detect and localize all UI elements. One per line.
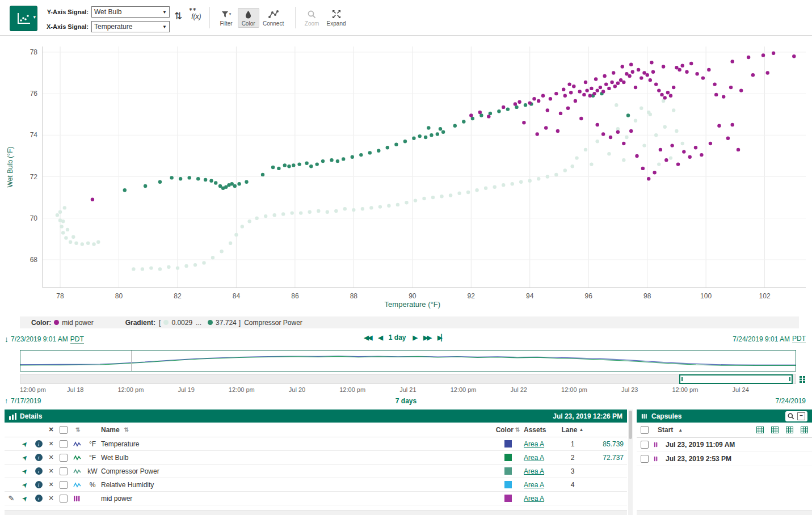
timezone-link[interactable]: PDT [70,335,84,344]
select-all-checkbox[interactable] [60,426,68,434]
step-forward-much-button[interactable]: ▶▶ [423,334,431,341]
svg-text:86: 86 [291,292,299,300]
horizontal-scrollbar[interactable] [637,510,812,515]
add-column-icon[interactable] [756,427,764,433]
select-all-capsules-checkbox[interactable] [641,426,649,434]
pin-icon[interactable]: ➤ [20,493,30,503]
scatter-plot-tool-button[interactable]: ▾ [10,6,37,31]
display-range-start[interactable]: 7/23/2019 9:01 AM [11,335,68,343]
fx-tool-button[interactable]: ✱✱f(x) [191,12,201,20]
color-swatch[interactable] [504,481,512,488]
asset-link[interactable]: Area A [524,454,544,462]
step-size-label[interactable]: 1 day [389,334,406,341]
remove-all-icon[interactable]: ✕ [45,426,57,433]
color-swatch[interactable] [504,495,512,502]
vertical-scrollbar[interactable] [628,410,633,515]
add-column-icon[interactable] [801,427,808,433]
column-header-lane[interactable]: Lane [562,426,578,434]
display-range-end[interactable]: 7/24/2019 9:01 AM [733,335,790,343]
scrollbar-grid-icon[interactable] [799,375,806,385]
table-row-mid-power[interactable]: ✎ ➤ i ✕ mid power Area A [5,492,627,505]
color-swatch[interactable] [504,467,512,475]
pin-icon[interactable]: ➤ [20,466,30,476]
investigate-range-duration[interactable]: 7 days [396,397,416,405]
add-column-icon[interactable] [771,427,779,433]
asset-link[interactable]: Area A [524,495,544,503]
capsule-row[interactable]: Jul 23, 2019 2:53 PM [637,452,812,466]
row-checkbox[interactable] [60,495,68,503]
add-column-icon[interactable] [786,427,793,433]
remove-icon[interactable]: ✕ [45,495,57,502]
color-swatch[interactable] [504,440,512,448]
time-scrollbar-track[interactable] [20,374,796,384]
table-row-relative-humidity[interactable]: ➤ i ✕ % Relative Humidity Area A 4 [5,478,627,492]
axis-signal-selectors: Y-Axis Signal: Wet Bulb ▼ X-Axis Signal:… [43,6,170,32]
info-icon[interactable]: i [35,495,43,502]
timezone-link[interactable]: PDT [792,335,806,343]
connect-button[interactable]: Connect [260,8,287,28]
search-icon[interactable] [788,413,794,420]
remove-icon[interactable]: ✕ [45,481,57,488]
table-row-temperature[interactable]: ➤ i ✕ °F Temperature Area A 1 85.739 [5,437,627,451]
x-axis-signal-select[interactable]: Temperature ▼ [91,21,170,32]
svg-text:78: 78 [56,292,64,300]
condition-icon [73,495,81,502]
sort-icon[interactable]: ⇅ [75,427,80,433]
table-row-compressor-power[interactable]: ➤ i ✕ kW Compressor Power Area A 3 [5,465,627,478]
sort-icon[interactable]: ⇅ [515,427,520,433]
pin-icon[interactable]: ➤ [20,453,30,462]
filter-button[interactable]: ▾ Filter [216,8,237,28]
capsule-row[interactable]: Jul 23, 2019 11:09 AM [637,438,812,452]
step-back-button[interactable]: ◀ [378,334,381,341]
table-row-wet-bulb[interactable]: ➤ i ✕ °F Wet Bulb Area A 2 72.737 [5,451,627,465]
svg-text:68: 68 [30,256,38,264]
trend-preview[interactable] [20,350,796,372]
step-back-much-button[interactable]: ◀◀ [364,334,371,341]
asset-link[interactable]: Area A [524,467,544,475]
pin-icon[interactable]: ➤ [20,480,30,489]
info-icon[interactable]: i [35,481,43,488]
capsule-checkbox[interactable] [641,455,649,463]
column-header-color[interactable]: Color [496,426,514,434]
remove-icon[interactable]: ✕ [45,454,57,461]
column-header-name[interactable]: Name [101,426,120,434]
time-scrollbar-thumb[interactable] [679,374,792,384]
expand-button[interactable]: Expand [323,8,350,28]
row-checkbox[interactable] [60,481,68,489]
collapse-panel-icon[interactable]: – [797,412,805,420]
remove-icon[interactable]: ✕ [45,440,57,448]
info-icon[interactable]: i [35,454,43,461]
display-range-bar: ↓ 7/23/2019 9:01 AM PDT ◀◀ ◀ 1 day ▶ ▶▶ … [0,334,812,346]
info-icon[interactable]: i [35,467,43,475]
row-checkbox[interactable] [60,467,68,475]
signal-name: Relative Humidity [101,481,492,489]
edit-icon[interactable]: ✎ [5,494,18,503]
color-swatch[interactable] [504,454,512,461]
unit-label: kW [84,467,101,475]
sort-icon[interactable]: ⇅ [124,427,129,433]
info-icon[interactable]: i [35,440,43,448]
swap-axes-icon[interactable]: ⇅ [174,10,182,22]
step-forward-button[interactable]: ▶ [413,334,416,341]
column-header-assets[interactable]: Assets [524,426,560,434]
capsule-checkbox[interactable] [641,441,649,449]
pin-icon[interactable]: ➤ [20,439,30,449]
scatter-plot[interactable]: 7880828486889092949698100102687072747678… [0,35,812,315]
step-to-end-button[interactable]: ▶▏ [437,334,445,341]
investigate-range-end[interactable]: 7/24/2019 [776,397,806,405]
toolbar-divider [209,7,210,28]
remove-icon[interactable]: ✕ [45,467,57,475]
horizontal-scrollbar[interactable] [5,510,627,515]
investigate-range-start[interactable]: 7/17/2019 [11,397,41,405]
condition-color-dot [54,320,59,325]
expand-arrows-icon [332,10,341,19]
row-checkbox[interactable] [60,454,68,462]
row-checkbox[interactable] [60,440,68,448]
asset-link[interactable]: Area A [524,481,544,489]
color-button[interactable]: Color [238,8,259,28]
toolbar: ▾ Y-Axis Signal: Wet Bulb ▼ X-Axis Signa… [0,0,812,36]
asset-link[interactable]: Area A [524,440,544,448]
column-header-start[interactable]: Start [658,426,673,434]
signal-icon [73,441,82,448]
y-axis-signal-select[interactable]: Wet Bulb ▼ [91,6,170,18]
